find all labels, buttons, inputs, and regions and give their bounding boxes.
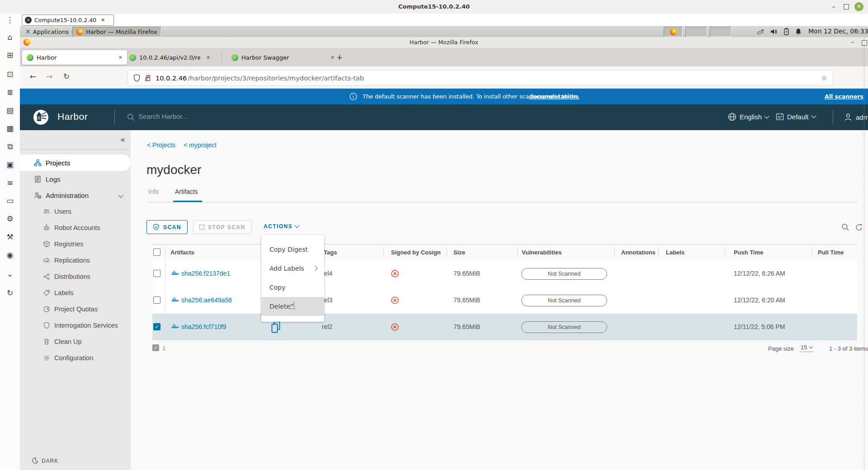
list-icon[interactable]: ≣	[0, 88, 20, 97]
breadcrumb-myproject[interactable]: < myproject	[184, 141, 217, 149]
menu-icon[interactable]: ⋮	[0, 15, 20, 24]
remote-tab[interactable]: ✕ Compute15-10.0.2.40 ✕	[22, 14, 114, 26]
artifact-digest-link[interactable]: sha256:fcf710f9	[181, 323, 226, 330]
col-vulnerabilities[interactable]: Vulnerabilities	[522, 249, 561, 256]
col-tags[interactable]: Tags	[324, 249, 337, 256]
tools-icon[interactable]: ⚒	[0, 232, 20, 241]
firefox-maximize-icon[interactable]	[862, 40, 867, 46]
forward-icon[interactable]: →	[46, 72, 52, 81]
home-icon[interactable]: ⌂	[0, 33, 20, 42]
browser-tab-swagger[interactable]: Harbor Swagger ✕	[227, 50, 339, 65]
close-button[interactable]: ✕	[854, 2, 863, 11]
monitor-icon[interactable]: ▤	[0, 106, 20, 115]
sidebar-item-robot-accounts[interactable]: Robot Accounts	[20, 220, 131, 236]
sidebar-collapse-icon[interactable]: «	[120, 135, 125, 144]
tab-artifacts[interactable]: Artifacts	[175, 188, 198, 199]
sidebar-item-interrogation-services[interactable]: Interrogation Services	[20, 317, 131, 334]
grid-search-icon[interactable]	[841, 223, 849, 231]
row-checkbox[interactable]	[153, 296, 160, 304]
browser-tab-harbor[interactable]: Harbor ✕	[22, 50, 127, 65]
sidebar-item-distributions[interactable]: Distributions	[20, 268, 131, 285]
maximize-button[interactable]	[842, 4, 849, 11]
col-size[interactable]: Size	[453, 249, 465, 256]
tab-close-icon[interactable]: ✕	[206, 55, 210, 61]
sidebar-item-project-quotas[interactable]: Project Quotas	[20, 301, 131, 317]
sidebar-item-users[interactable]: Users	[20, 203, 131, 220]
artifact-digest-link[interactable]: sha256:f2137de1	[181, 270, 230, 277]
row-checkbox-checked[interactable]: ✓	[153, 323, 160, 330]
copy-frame-icon[interactable]: ⧉	[0, 142, 20, 151]
col-annotations[interactable]: Annotations	[621, 249, 656, 256]
grid-refresh-icon[interactable]	[855, 223, 863, 231]
panel-icon[interactable]: ▭	[0, 196, 20, 205]
new-tab-button[interactable]: +	[336, 52, 343, 62]
copy-digest-icon[interactable]	[271, 321, 281, 334]
bookmark-star-icon[interactable]: ☆	[821, 74, 827, 82]
back-icon[interactable]: ←	[30, 72, 36, 81]
artifact-digest-link[interactable]: sha256:ae649a58	[181, 296, 232, 304]
tab-close-icon[interactable]: ✕	[330, 55, 335, 61]
col-artifacts[interactable]: Artifacts	[170, 249, 194, 256]
volume-icon[interactable]	[769, 28, 778, 36]
refresh-icon[interactable]: ↻	[0, 288, 20, 297]
table-row[interactable]: sha256:ae649a58 rel3 79.65MiB Not Scanne…	[152, 287, 857, 314]
sidebar-item-labels[interactable]: Labels	[20, 285, 131, 301]
harbor-logo[interactable]	[33, 109, 49, 126]
tab-info[interactable]: Info	[148, 188, 159, 199]
add-window-icon[interactable]: ⊞	[0, 51, 20, 60]
firefox-minimize-icon[interactable]: –	[851, 38, 854, 45]
breadcrumb-projects[interactable]: < Projects	[147, 141, 175, 149]
hamburger-icon[interactable]: ≡	[0, 178, 20, 187]
battery-icon[interactable]	[782, 28, 791, 36]
dark-mode-toggle[interactable]: DARK	[32, 457, 58, 464]
menu-item-add-labels[interactable]: Add Labels	[261, 259, 324, 278]
tab-close-icon[interactable]: ✕	[118, 55, 123, 61]
brand-name[interactable]: Harbor	[57, 111, 88, 122]
reload-icon[interactable]: ↻	[63, 72, 70, 81]
screenshot-tool-icon[interactable]	[756, 28, 765, 36]
chevron-down-icon[interactable]: ⌄	[0, 269, 20, 278]
theme-menu[interactable]: Default	[776, 113, 816, 121]
sidebar-item-replications[interactable]: Replications	[20, 252, 131, 268]
insecure-lock-icon[interactable]	[144, 74, 151, 82]
footer-select-indicator[interactable]: ✓	[152, 344, 159, 351]
page-number[interactable]: 1	[162, 345, 165, 352]
bell-icon[interactable]	[794, 28, 803, 36]
sidebar-item-registries[interactable]: Registries	[20, 236, 131, 252]
grid-icon[interactable]: ▦	[0, 124, 20, 133]
col-labels[interactable]: Labels	[666, 249, 684, 256]
sidebar-item-projects[interactable]: Projects	[20, 155, 131, 171]
col-push-time[interactable]: Push Time	[734, 249, 764, 256]
fullscreen-icon[interactable]: ⊡	[0, 70, 20, 79]
stop-scan-button[interactable]: STOP SCAN	[193, 220, 252, 234]
row-checkbox[interactable]	[153, 270, 160, 277]
sidebar-item-logs[interactable]: Logs	[20, 171, 131, 187]
windows-icon[interactable]: ▣	[0, 160, 20, 169]
tracking-shield-icon[interactable]	[133, 74, 140, 82]
remote-tab-close-icon[interactable]: ✕	[101, 17, 105, 23]
menu-item-copy-digest[interactable]: Copy Digest	[261, 240, 324, 259]
scan-button[interactable]: SCAN	[146, 220, 188, 234]
taskbar-window-button[interactable]: Harbor — Mozilla Firefox	[72, 27, 161, 37]
page-size-select[interactable]: 15	[800, 344, 813, 352]
tray-firefox-slot[interactable]	[664, 27, 683, 37]
camera-icon[interactable]: ◉	[0, 250, 20, 259]
actions-dropdown-button[interactable]: ACTIONS	[264, 223, 299, 230]
sidebar-item-administration[interactable]: Administration	[20, 187, 131, 203]
documentation-link[interactable]: documentation.	[529, 93, 579, 100]
table-row[interactable]: sha256:f2137de1 rel4 79.65MiB Not Scanne…	[152, 260, 857, 287]
select-all-checkbox[interactable]	[153, 249, 160, 256]
url-bar[interactable]: 10.0.2.46/harbor/projects/3/repositories…	[127, 70, 833, 86]
sidebar-item-configuration[interactable]: Configuration	[20, 350, 131, 366]
all-scanners-link[interactable]: All scanners	[825, 93, 863, 100]
col-signed[interactable]: Signed by Cosign	[391, 249, 441, 256]
search-input[interactable]	[137, 112, 275, 121]
applications-menu[interactable]: ✕ Applications ≡	[23, 27, 78, 37]
col-pull-time[interactable]: Pull Time	[818, 249, 844, 256]
gear-icon[interactable]: ⚙	[0, 214, 20, 223]
language-menu[interactable]: English	[728, 113, 769, 121]
sidebar-item-clean-up[interactable]: Clean Up	[20, 334, 131, 350]
table-row-selected[interactable]: ✓ sha256:fcf710f9 rel2 79.65MiB Not Scan…	[152, 314, 857, 341]
minimize-button[interactable]: –	[830, 3, 837, 10]
menu-item-copy[interactable]: Copy	[261, 278, 324, 297]
